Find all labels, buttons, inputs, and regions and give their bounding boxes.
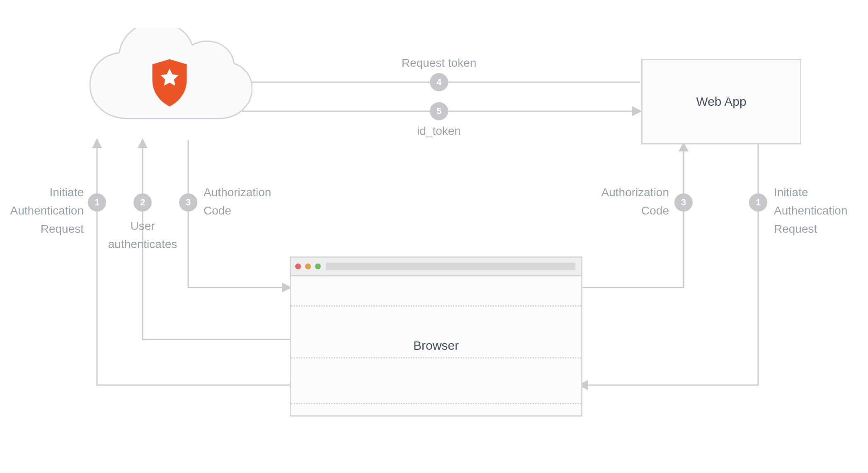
browser-label: Browser	[291, 339, 581, 353]
label-left-2: User authenticates	[99, 217, 186, 254]
web-app-node: Web App	[641, 59, 801, 144]
badge-left-3: 3	[179, 193, 197, 212]
browser-node: Browser	[290, 256, 582, 417]
address-bar-icon	[326, 263, 575, 270]
web-app-label: Web App	[696, 95, 746, 109]
browser-lane-3	[291, 403, 581, 404]
label-left-1: Initiate Authentication Request	[3, 183, 84, 238]
auth-flow-diagram: Web App Browser 1 2 3 Initiate Authentic…	[58, 32, 812, 431]
label-top-4: Request token	[377, 54, 501, 72]
badge-top-4: 4	[430, 73, 448, 91]
browser-lane-2	[291, 357, 581, 358]
badge-right-1: 1	[749, 193, 767, 212]
browser-titlebar	[291, 258, 581, 276]
badge-left-1: 1	[88, 193, 106, 212]
traffic-light-close-icon	[295, 263, 301, 269]
label-left-3: Authorization Code	[204, 183, 295, 220]
badge-right-3: 3	[674, 193, 693, 212]
browser-lane-1	[291, 305, 581, 307]
badge-top-5: 5	[430, 102, 448, 120]
label-right-1: Initiate Authentication Request	[774, 183, 861, 238]
auth0-cloud	[87, 28, 252, 146]
traffic-light-min-icon	[305, 263, 311, 269]
label-right-3: Authorization Code	[586, 183, 669, 220]
label-top-5: id_token	[377, 122, 501, 140]
traffic-light-max-icon	[315, 263, 321, 269]
badge-left-2: 2	[133, 193, 152, 212]
